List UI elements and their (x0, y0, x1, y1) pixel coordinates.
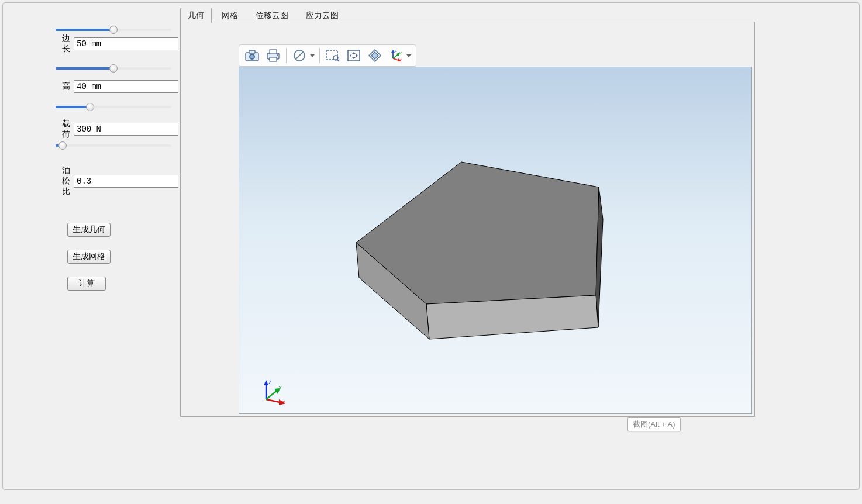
param-row-load: 载荷 (56, 119, 178, 140)
printer-icon[interactable] (264, 46, 282, 65)
view-container: Z Y X (180, 22, 755, 417)
axis-triad-icon[interactable]: Z Y X (387, 46, 405, 65)
rubber-band-zoom-icon[interactable] (323, 46, 342, 65)
load-slider[interactable] (56, 101, 171, 113)
param-row-edge: 边长 (56, 33, 178, 54)
generate-geometry-button[interactable]: 生成几何 (67, 223, 111, 237)
view-orientation-dropdown[interactable]: Z Y X (387, 46, 412, 65)
axis-label-z: Z (268, 379, 272, 385)
parameter-panel: 边长 高 载荷 泊松比 (56, 33, 178, 291)
display-mode-dropdown[interactable] (290, 46, 316, 65)
svg-point-3 (250, 55, 254, 58)
toolbar-separator (319, 48, 320, 63)
fit-all-icon[interactable] (366, 46, 384, 65)
edge-length-slider[interactable] (56, 24, 171, 36)
svg-text:Z: Z (395, 49, 397, 53)
generate-mesh-button[interactable]: 生成网格 (67, 250, 111, 264)
camera-icon[interactable] (243, 46, 261, 65)
svg-rect-1 (249, 50, 255, 53)
svg-line-12 (337, 60, 339, 61)
poisson-slider[interactable] (56, 140, 171, 151)
axis-label-y: Y (278, 385, 282, 391)
load-input[interactable] (74, 123, 178, 136)
edge-length-input[interactable] (74, 37, 178, 50)
tab-displacement[interactable]: 位移云图 (248, 8, 296, 23)
tab-stress[interactable]: 应力云图 (298, 8, 346, 23)
param-row-height: 高 (56, 80, 178, 93)
no-entry-icon[interactable] (290, 46, 309, 65)
toolbar-separator (286, 48, 287, 63)
chevron-down-icon[interactable] (405, 46, 412, 65)
geometry-model (239, 67, 752, 414)
pan-icon[interactable] (344, 46, 363, 65)
svg-marker-28 (264, 380, 268, 385)
svg-rect-6 (270, 57, 277, 61)
viewport-toolbar: Z Y X (239, 44, 416, 67)
axis-gizmo: Z Y X (260, 378, 287, 405)
param-label-height: 高 (56, 81, 74, 92)
tab-mesh[interactable]: 网格 (214, 8, 246, 23)
param-label-edge: 边长 (56, 33, 74, 54)
svg-text:Y: Y (399, 51, 402, 55)
svg-line-9 (296, 52, 303, 59)
svg-point-7 (277, 54, 278, 56)
3d-viewport[interactable]: Z Y X (239, 67, 752, 414)
screenshot-tooltip: 截图(Alt + A) (627, 417, 681, 431)
param-label-load: 载荷 (56, 119, 74, 140)
param-row-poisson: 泊松比 (56, 165, 178, 197)
chevron-down-icon[interactable] (309, 46, 316, 65)
height-input[interactable] (74, 80, 178, 93)
action-button-column: 生成几何 生成网格 计算 (67, 223, 178, 291)
svg-rect-5 (270, 50, 277, 54)
app-window: 边长 高 载荷 泊松比 (2, 2, 860, 490)
compute-button[interactable]: 计算 (67, 277, 106, 291)
svg-rect-10 (327, 50, 337, 60)
param-label-poisson: 泊松比 (56, 165, 74, 197)
tab-geometry[interactable]: 几何 (180, 8, 212, 23)
svg-text:X: X (399, 58, 402, 62)
poisson-input[interactable] (74, 175, 178, 188)
height-slider[interactable] (56, 63, 171, 74)
axis-label-x: X (282, 399, 285, 405)
tab-bar: 几何 网格 位移云图 应力云图 (180, 8, 349, 23)
